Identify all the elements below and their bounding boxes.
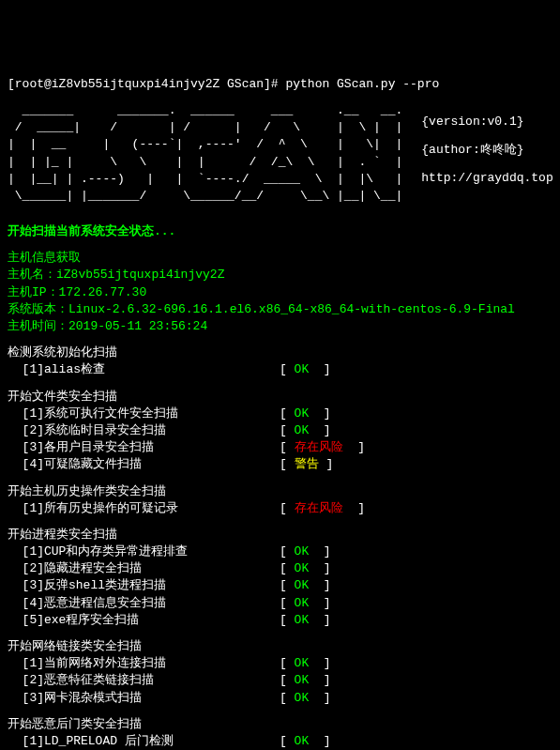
check-item: [1]系统可执行文件安全扫描[ OK ]: [8, 406, 552, 422]
check-label: [3]反弹shell类进程扫描: [8, 577, 280, 594]
section-title: 开始主机历史操作类安全扫描: [8, 483, 552, 500]
ascii-banner: _______ _______. ______ ___ .__ __. / __…: [8, 102, 552, 205]
check-status: [ OK ]: [280, 672, 331, 689]
banner-info: {version:v0.1}{author:咚咚呛}http://grayddq…: [402, 102, 552, 205]
author-text: {author:咚咚呛}: [421, 142, 552, 159]
check-status: [ OK ]: [280, 655, 331, 672]
check-label: [2]系统临时目录安全扫描: [8, 422, 280, 439]
check-item: [1]当前网络对外连接扫描[ OK ]: [8, 655, 552, 672]
check-status: [ 存在风险 ]: [280, 500, 365, 517]
check-item: [4]恶意进程信息安全扫描[ OK ]: [8, 595, 552, 612]
url-text: http://grayddq.top: [421, 170, 552, 187]
check-label: [2]恶意特征类链接扫描: [8, 672, 280, 689]
terminal-output: [root@iZ8vb55ijtquxpi4injvy2Z GScan]# py…: [8, 76, 552, 750]
check-label: [3]各用户目录安全扫描: [8, 439, 280, 456]
check-item: [2]恶意特征类链接扫描[ OK ]: [8, 672, 552, 689]
check-status: [ OK ]: [280, 733, 331, 750]
check-status: [ OK ]: [280, 406, 331, 422]
check-item: [3]网卡混杂模式扫描[ OK ]: [8, 690, 552, 707]
check-item: [1]alias检查[ OK ]: [8, 361, 552, 378]
check-item: [1]所有历史操作的可疑记录[ 存在风险 ]: [8, 500, 552, 517]
check-status: [ OK ]: [280, 690, 331, 707]
check-label: [3]网卡混杂模式扫描: [8, 690, 280, 707]
check-label: [1]所有历史操作的可疑记录: [8, 500, 280, 517]
version-text: {version:v0.1}: [421, 114, 552, 130]
version-line: 系统版本：Linux-2.6.32-696.16.1.el6.x86_64-x8…: [8, 301, 552, 318]
ip-line: 主机IP：172.26.77.30: [8, 284, 552, 301]
section-title: 检测系统初始化扫描: [8, 344, 552, 361]
check-status: [ OK ]: [280, 560, 331, 577]
section-title: 开始恶意后门类安全扫描: [8, 716, 552, 733]
check-item: [5]exe程序安全扫描[ OK ]: [8, 612, 552, 629]
check-label: [2]隐藏进程安全扫描: [8, 560, 280, 577]
command-prompt: [root@iZ8vb55ijtquxpi4injvy2Z GScan]# py…: [8, 76, 552, 93]
check-label: [4]可疑隐藏文件扫描: [8, 456, 280, 473]
section-title: 开始文件类安全扫描: [8, 389, 552, 406]
check-status: [ 警告 ]: [280, 456, 333, 473]
check-item: [3]反弹shell类进程扫描[ OK ]: [8, 577, 552, 594]
check-item: [2]隐藏进程安全扫描[ OK ]: [8, 560, 552, 577]
time-line: 主机时间：2019-05-11 23:56:24: [8, 318, 552, 335]
check-label: [1]alias检查: [8, 361, 280, 378]
section-title: 开始进程类安全扫描: [8, 527, 552, 543]
check-label: [1]系统可执行文件安全扫描: [8, 406, 280, 422]
section-title: 开始网络链接类安全扫描: [8, 638, 552, 655]
check-label: [1]CUP和内存类异常进程排查: [8, 543, 280, 560]
check-label: [1]LD_PRELOAD 后门检测: [8, 733, 280, 750]
check-label: [5]exe程序安全扫描: [8, 612, 280, 629]
check-item: [2]系统临时目录安全扫描[ OK ]: [8, 422, 552, 439]
check-status: [ OK ]: [280, 543, 331, 560]
check-status: [ OK ]: [280, 422, 331, 439]
check-label: [4]恶意进程信息安全扫描: [8, 595, 280, 612]
check-item: [1]CUP和内存类异常进程排查[ OK ]: [8, 543, 552, 560]
check-item: [4]可疑隐藏文件扫描[ 警告 ]: [8, 456, 552, 473]
check-item: [3]各用户目录安全扫描[ 存在风险 ]: [8, 439, 552, 456]
check-status: [ 存在风险 ]: [280, 439, 365, 456]
check-status: [ OK ]: [280, 577, 331, 594]
check-status: [ OK ]: [280, 361, 331, 378]
host-info-title: 主机信息获取: [8, 250, 552, 267]
hostname-line: 主机名：iZ8vb55ijtquxpi4injvy2Z: [8, 267, 552, 283]
check-label: [1]当前网络对外连接扫描: [8, 655, 280, 672]
scan-start-message: 开始扫描当前系统安全状态...: [8, 223, 552, 240]
check-item: [1]LD_PRELOAD 后门检测[ OK ]: [8, 733, 552, 750]
check-status: [ OK ]: [280, 612, 331, 629]
check-status: [ OK ]: [280, 595, 331, 612]
